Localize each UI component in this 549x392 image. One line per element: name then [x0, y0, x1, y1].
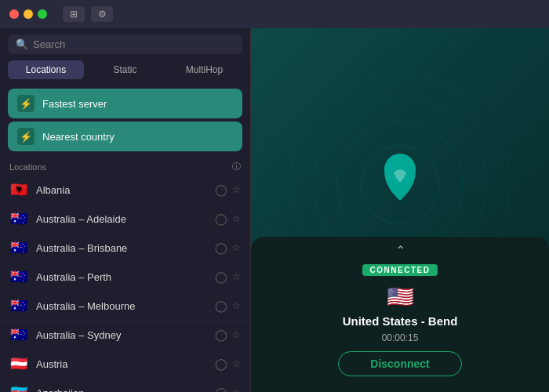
list-item[interactable]: 🇦🇹 Austria ◯ ☆: [0, 350, 250, 379]
fastest-server-label: Fastest server: [42, 98, 107, 110]
status-badge: CONNECTED: [362, 264, 438, 276]
flag-albania: 🇦🇱: [9, 181, 28, 198]
tab-static[interactable]: Static: [87, 60, 163, 79]
tab-multihop[interactable]: MultiHop: [166, 60, 242, 79]
star-icon[interactable]: ☆: [232, 300, 241, 311]
star-icon[interactable]: ☆: [232, 271, 241, 282]
flag-au-perth: 🇦🇺: [9, 268, 28, 285]
star-icon[interactable]: ☆: [232, 358, 241, 369]
tabs: Locations Static MultiHop: [0, 60, 250, 85]
signal-icon: ◯: [215, 387, 227, 392]
location-list: 🇦🇱 Albania ◯ ☆ 🇦🇺 Australia – Adelaide ◯…: [0, 176, 250, 392]
nearest-country-label: Nearest country: [42, 131, 115, 143]
location-actions: ◯ ☆: [215, 358, 241, 370]
search-icon: 🔍: [16, 38, 28, 50]
bolt-icon: ⚡: [17, 95, 35, 112]
disconnect-button[interactable]: Disconnect: [338, 351, 461, 376]
flag-au-sydney: 🇦🇺: [9, 326, 28, 343]
location-name-au-perth: Australia – Perth: [36, 271, 207, 283]
location-actions: ◯ ☆: [215, 183, 241, 196]
location-actions: ◯ ☆: [215, 270, 241, 283]
location-name-albania: Albania: [36, 184, 207, 196]
star-icon[interactable]: ☆: [232, 242, 241, 253]
surfshark-logo: [376, 150, 424, 208]
quick-actions: ⚡ Fastest server ⚡ Nearest country: [0, 85, 250, 154]
close-button[interactable]: [9, 9, 19, 19]
search-box: 🔍: [8, 34, 242, 54]
right-panel: ⌃ CONNECTED 🇺🇸 United States - Bend 00:0…: [251, 28, 549, 392]
location-actions: ◯ ☆: [215, 387, 241, 392]
connected-time: 00:00:15: [382, 332, 419, 343]
signal-icon: ◯: [215, 328, 227, 341]
fastest-server-button[interactable]: ⚡ Fastest server: [8, 89, 242, 118]
flag-azerbaijan: 🇦🇿: [9, 384, 28, 392]
signal-icon: ◯: [215, 358, 227, 370]
location-name-azerbaijan: Azerbaijan: [36, 387, 207, 393]
star-icon[interactable]: ☆: [232, 184, 241, 195]
titlebar: ⊞ ⚙: [0, 0, 549, 28]
location-actions: ◯ ☆: [215, 299, 241, 312]
list-item[interactable]: 🇦🇿 Azerbaijan ◯ ☆: [0, 379, 250, 392]
list-item[interactable]: 🇦🇺 Australia – Brisbane ◯ ☆: [0, 234, 250, 263]
locations-header: Locations ⓘ: [0, 154, 250, 176]
location-name-au-melbourne: Australia – Melbourne: [36, 300, 207, 312]
location-name-au-brisbane: Australia – Brisbane: [36, 242, 207, 254]
connected-location: United States - Bend: [343, 314, 458, 328]
location-actions: ◯ ☆: [215, 212, 241, 225]
star-icon[interactable]: ☆: [232, 213, 241, 224]
bolt-icon-2: ⚡: [17, 128, 35, 145]
location-name-au-adelaide: Australia – Adelaide: [36, 213, 207, 225]
tab-locations[interactable]: Locations: [8, 60, 84, 79]
settings-icon-button[interactable]: ⚙: [91, 6, 113, 22]
connected-flag: 🇺🇸: [387, 284, 414, 310]
signal-icon: ◯: [215, 299, 227, 312]
list-item[interactable]: 🇦🇺 Australia – Adelaide ◯ ☆: [0, 205, 250, 234]
traffic-lights: [9, 9, 47, 19]
star-icon[interactable]: ☆: [232, 329, 241, 340]
titlebar-icons: ⊞ ⚙: [63, 6, 113, 22]
signal-icon: ◯: [215, 270, 227, 283]
nearest-country-button[interactable]: ⚡ Nearest country: [8, 122, 242, 151]
info-icon[interactable]: ⓘ: [232, 161, 241, 172]
location-actions: ◯ ☆: [215, 328, 241, 341]
locations-header-label: Locations: [9, 162, 46, 172]
list-item[interactable]: 🇦🇺 Australia – Sydney ◯ ☆: [0, 321, 250, 350]
list-item[interactable]: 🇦🇺 Australia – Melbourne ◯ ☆: [0, 292, 250, 321]
minimize-button[interactable]: [24, 9, 33, 19]
signal-icon: ◯: [215, 241, 227, 254]
maximize-button[interactable]: [38, 9, 47, 19]
location-name-au-sydney: Australia – Sydney: [36, 329, 207, 341]
search-input[interactable]: [33, 38, 235, 50]
sidebar: 🔍 Locations Static MultiHop ⚡ Fastest se…: [0, 28, 251, 392]
flag-austria: 🇦🇹: [9, 355, 28, 372]
search-container: 🔍: [0, 28, 250, 60]
list-item[interactable]: 🇦🇺 Australia – Perth ◯ ☆: [0, 263, 250, 292]
location-name-austria: Austria: [36, 358, 207, 370]
list-item[interactable]: 🇦🇱 Albania ◯ ☆: [0, 176, 250, 205]
flag-au-adelaide: 🇦🇺: [9, 210, 28, 227]
signal-icon: ◯: [215, 183, 227, 196]
chevron-up-icon[interactable]: ⌃: [395, 243, 405, 258]
location-actions: ◯ ☆: [215, 241, 241, 254]
window-icon-button[interactable]: ⊞: [63, 6, 85, 22]
flag-au-brisbane: 🇦🇺: [9, 239, 28, 256]
signal-icon: ◯: [215, 212, 227, 225]
star-icon[interactable]: ☆: [232, 387, 241, 392]
main-container: 🔍 Locations Static MultiHop ⚡ Fastest se…: [0, 28, 549, 392]
flag-au-melbourne: 🇦🇺: [9, 297, 28, 314]
connected-panel: ⌃ CONNECTED 🇺🇸 United States - Bend 00:0…: [251, 237, 549, 392]
